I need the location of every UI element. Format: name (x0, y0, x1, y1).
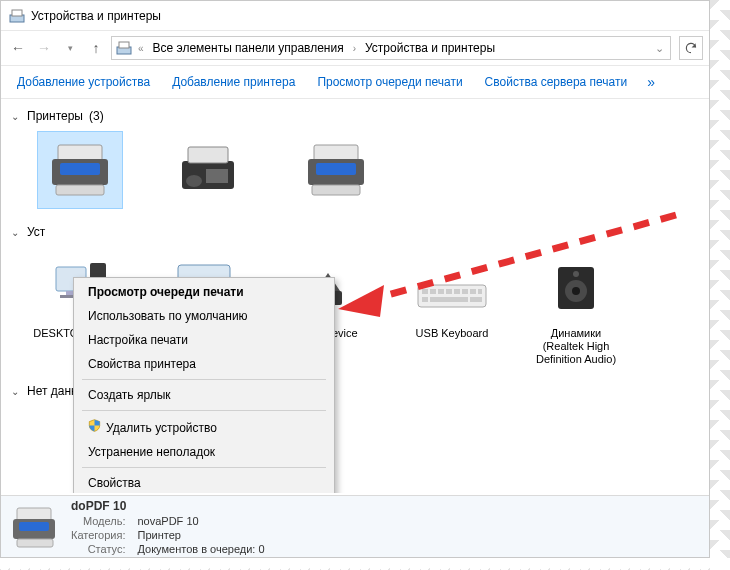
chevron-down-icon: ⌄ (11, 111, 21, 122)
ctx-separator (82, 410, 326, 411)
printer-icon (11, 505, 59, 549)
keyboard-icon (409, 247, 495, 325)
cmd-server-props[interactable]: Свойства сервера печати (479, 71, 634, 93)
ctx-remove-device[interactable]: Удалить устройство (74, 414, 334, 440)
svg-rect-1 (12, 10, 22, 16)
addr-segment[interactable]: Устройства и принтеры (362, 41, 498, 55)
back-button[interactable]: ← (7, 37, 29, 59)
svg-rect-27 (438, 289, 444, 294)
screenshot-torn-edge (710, 0, 730, 558)
svg-rect-24 (418, 285, 486, 307)
command-bar: Добавление устройства Добавление принтер… (1, 65, 709, 99)
svg-rect-11 (206, 169, 228, 183)
ctx-view-queue[interactable]: Просмотр очереди печати (74, 280, 334, 304)
v-model: novaPDF 10 (137, 515, 264, 527)
device-label: USB Keyboard (416, 327, 489, 340)
k-status: Статус: (71, 543, 125, 555)
cmd-add-printer[interactable]: Добавление принтера (166, 71, 301, 93)
svg-point-10 (186, 175, 202, 187)
group-printers-name: Принтеры (27, 109, 83, 123)
up-button[interactable]: ↑ (85, 37, 107, 59)
svg-rect-26 (430, 289, 436, 294)
printer-icon (293, 131, 379, 209)
k-category: Категория: (71, 529, 125, 541)
svg-rect-35 (470, 297, 482, 302)
printer-item[interactable] (153, 131, 263, 209)
speaker-icon (533, 247, 619, 325)
chevron-right-icon: › (351, 43, 358, 54)
addr-dropdown-icon[interactable]: ⌄ (653, 42, 666, 55)
cmd-add-device[interactable]: Добавление устройства (11, 71, 156, 93)
fax-icon (165, 131, 251, 209)
context-menu: Просмотр очереди печати Использовать по … (73, 277, 335, 493)
forward-button[interactable]: → (33, 37, 55, 59)
devices-printers-icon (116, 40, 132, 56)
svg-rect-29 (454, 289, 460, 294)
group-devices-header[interactable]: ⌄ Уст (11, 221, 699, 243)
window-title: Устройства и принтеры (31, 9, 161, 23)
ctx-troubleshoot[interactable]: Устранение неполадок (74, 440, 334, 464)
svg-rect-9 (188, 147, 228, 163)
svg-rect-14 (316, 163, 356, 175)
uac-shield-icon (88, 419, 102, 432)
svg-rect-15 (312, 185, 360, 195)
svg-rect-44 (19, 522, 49, 531)
svg-rect-31 (470, 289, 476, 294)
k-model: Модель: (71, 515, 125, 527)
device-label: Динамики(Realtek HighDefinition Audio) (536, 327, 616, 366)
ctx-set-default[interactable]: Использовать по умолчанию (74, 304, 334, 328)
details-name: doPDF 10 (71, 499, 277, 513)
v-category: Принтер (137, 529, 264, 541)
details-meta: doPDF 10 Модель: novaPDF 10 Категория: П… (71, 499, 277, 555)
screenshot-torn-edge (0, 558, 710, 570)
device-item[interactable]: Динамики(Realtek HighDefinition Audio) (521, 247, 631, 366)
svg-rect-25 (422, 289, 428, 294)
svg-rect-28 (446, 289, 452, 294)
navbar: ← → ▾ ↑ « Все элементы панели управления… (1, 31, 709, 65)
printer-item[interactable] (281, 131, 391, 209)
refresh-button[interactable] (679, 36, 703, 60)
ctx-remove-device-label: Удалить устройство (106, 421, 217, 435)
svg-rect-33 (422, 297, 428, 302)
svg-rect-32 (478, 289, 482, 294)
group-printers-count: (3) (89, 109, 104, 123)
svg-point-38 (572, 287, 580, 295)
content-area: ⌄ Принтеры (3) ⌄ Уст (1, 99, 709, 493)
details-pane: doPDF 10 Модель: novaPDF 10 Категория: П… (1, 495, 709, 557)
ctx-create-shortcut[interactable]: Создать ярлык (74, 383, 334, 407)
svg-rect-45 (17, 539, 53, 547)
group-printers-header[interactable]: ⌄ Принтеры (3) (11, 105, 699, 127)
svg-point-39 (573, 271, 579, 277)
ctx-separator (82, 467, 326, 468)
device-item[interactable]: USB Keyboard (397, 247, 507, 366)
v-status: Документов в очереди: 0 (137, 543, 264, 555)
addr-prefix: « (136, 43, 146, 54)
ctx-properties[interactable]: Свойства (74, 471, 334, 493)
ctx-separator (82, 379, 326, 380)
chevron-down-icon: ⌄ (11, 386, 21, 397)
printer-item-selected[interactable] (25, 131, 135, 209)
svg-rect-7 (56, 185, 104, 195)
addr-segment[interactable]: Все элементы панели управления (150, 41, 347, 55)
titlebar: Устройства и принтеры (1, 1, 709, 31)
svg-rect-6 (60, 163, 100, 175)
printers-row (11, 127, 699, 217)
recent-dropdown[interactable]: ▾ (59, 37, 81, 59)
printer-icon (37, 131, 123, 209)
svg-rect-30 (462, 289, 468, 294)
chevron-down-icon: ⌄ (11, 227, 21, 238)
ctx-printer-props[interactable]: Свойства принтера (74, 352, 334, 376)
address-bar[interactable]: « Все элементы панели управления › Устро… (111, 36, 671, 60)
group-devices-name: Уст (27, 225, 45, 239)
window: Устройства и принтеры ← → ▾ ↑ « Все элем… (0, 0, 710, 558)
cmd-more[interactable]: » (643, 70, 659, 94)
svg-rect-3 (119, 42, 129, 48)
svg-rect-34 (430, 297, 468, 302)
cmd-view-queue[interactable]: Просмотр очереди печати (311, 71, 468, 93)
ctx-print-prefs[interactable]: Настройка печати (74, 328, 334, 352)
devices-printers-icon (9, 8, 25, 24)
